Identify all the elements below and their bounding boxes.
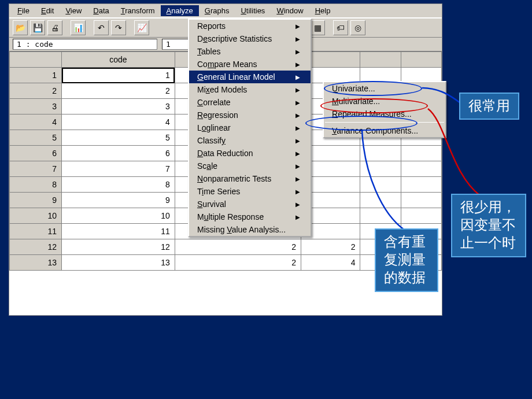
menu-view[interactable]: View xyxy=(60,5,87,16)
cell[interactable] xyxy=(401,208,441,224)
use-sets-icon[interactable]: 🏷 xyxy=(333,20,348,35)
glm-menu-item[interactable]: Univariate... xyxy=(324,82,445,95)
analyze-menu-item[interactable]: Survival▶ xyxy=(189,198,311,210)
analyze-menu-item[interactable]: Loglinear▶ xyxy=(189,121,311,134)
cell[interactable]: 2 xyxy=(62,83,175,99)
callout-rare: 很少用，因变量不止一个时 xyxy=(451,194,526,257)
analyze-menu-item[interactable]: Missing Value Analysis... xyxy=(189,223,311,236)
analyze-menu-item[interactable]: Time Series▶ xyxy=(189,185,311,198)
analyze-menu-item[interactable]: Nonparametric Tests▶ xyxy=(189,172,311,185)
analyze-menu-item[interactable]: Mixed Models▶ xyxy=(189,83,311,96)
analyze-menu-item[interactable]: Classify▶ xyxy=(189,134,311,147)
cell[interactable]: 6 xyxy=(62,146,175,161)
menu-edit[interactable]: Edit xyxy=(35,5,60,16)
analyze-menu-item[interactable]: Regression▶ xyxy=(189,109,311,121)
cell[interactable]: 8 xyxy=(62,177,175,193)
cell[interactable]: 5 xyxy=(62,130,175,146)
undo-icon[interactable]: ↶ xyxy=(94,20,109,35)
analyze-menu-item[interactable]: General Linear Model▶ xyxy=(189,71,311,83)
dialog-recall-icon[interactable]: 📊 xyxy=(71,20,86,35)
chart-icon[interactable]: 📈 xyxy=(134,20,149,35)
analyze-menu-item[interactable]: Reports▶ xyxy=(189,20,311,32)
glm-menu-item[interactable]: Variance Components... xyxy=(324,124,445,137)
cell-reference[interactable]: 1 : code xyxy=(13,39,157,50)
analyze-menu-item[interactable]: Correlate▶ xyxy=(189,96,311,109)
glm-menu-item[interactable]: Multivariate... xyxy=(324,95,445,108)
glm-submenu: Univariate...Multivariate...Repeated Mea… xyxy=(323,81,446,138)
cell[interactable]: 9 xyxy=(62,193,175,208)
cell[interactable] xyxy=(360,177,401,193)
analyze-menu-item[interactable]: Scale▶ xyxy=(189,160,311,172)
row-header[interactable]: 11 xyxy=(10,224,62,239)
menu-data[interactable]: Data xyxy=(87,5,114,16)
menu-utilities[interactable]: Utilities xyxy=(235,5,271,16)
open-icon[interactable]: 📂 xyxy=(13,20,28,35)
analyze-menu-item[interactable]: Descriptive Statistics▶ xyxy=(189,32,311,45)
row-header[interactable]: 6 xyxy=(10,146,62,161)
cell[interactable]: 13 xyxy=(62,255,175,271)
menu-file[interactable]: File xyxy=(12,5,35,16)
redo-icon[interactable]: ↷ xyxy=(111,20,126,35)
menu-help[interactable]: Help xyxy=(309,5,337,16)
menubar: File Edit View Data Transform Analyze Gr… xyxy=(9,4,442,18)
cell[interactable]: 2 xyxy=(301,239,360,255)
analyze-menu-item[interactable]: Multiple Response▶ xyxy=(189,210,311,223)
menu-window[interactable]: Window xyxy=(271,5,309,16)
analyze-menu-item[interactable]: Compare Means▶ xyxy=(189,58,311,71)
row-header[interactable]: 2 xyxy=(10,83,62,99)
cell[interactable] xyxy=(360,193,401,208)
menu-analyze[interactable]: Analyze xyxy=(161,5,199,16)
analyze-menu: Reports▶Descriptive Statistics▶Tables▶Co… xyxy=(188,19,312,237)
cell[interactable]: 1 xyxy=(62,68,175,83)
callout-common: 很常用 xyxy=(459,93,519,120)
row-header[interactable]: 4 xyxy=(10,114,62,130)
cell[interactable] xyxy=(401,161,441,177)
menu-graphs[interactable]: Graphs xyxy=(199,5,235,16)
cell[interactable] xyxy=(360,146,401,161)
cell[interactable]: 7 xyxy=(62,161,175,177)
cell[interactable]: 2 xyxy=(175,239,301,255)
row-header[interactable]: 9 xyxy=(10,193,62,208)
callout-repeated: 含有重复测量的数据 xyxy=(375,228,438,292)
row-header[interactable]: 1 xyxy=(10,68,62,83)
analyze-menu-item[interactable]: Tables▶ xyxy=(189,45,311,58)
row-header[interactable]: 5 xyxy=(10,130,62,146)
row-header[interactable]: 7 xyxy=(10,161,62,177)
cell[interactable] xyxy=(360,208,401,224)
row-header[interactable]: 10 xyxy=(10,208,62,224)
cell[interactable]: 4 xyxy=(62,114,175,130)
grid-corner xyxy=(10,52,62,68)
row-header[interactable]: 13 xyxy=(10,255,62,271)
row-header[interactable]: 8 xyxy=(10,177,62,193)
cell[interactable] xyxy=(401,193,441,208)
print-icon[interactable]: 🖨 xyxy=(47,20,62,35)
analyze-menu-item[interactable]: Data Reduction▶ xyxy=(189,147,311,160)
variables-icon[interactable]: ◎ xyxy=(350,20,365,35)
value-labels-icon[interactable]: ▦ xyxy=(310,20,325,35)
row-header[interactable]: 3 xyxy=(10,99,62,114)
save-icon[interactable]: 💾 xyxy=(30,20,45,35)
cell[interactable] xyxy=(401,146,441,161)
col-header-code[interactable]: code xyxy=(62,52,175,68)
glm-menu-item[interactable]: Repeated Measures... xyxy=(324,108,445,120)
cell[interactable]: 4 xyxy=(301,255,360,271)
cell[interactable]: 2 xyxy=(175,255,301,271)
cell[interactable] xyxy=(401,177,441,193)
cell[interactable] xyxy=(360,161,401,177)
col-header[interactable] xyxy=(360,52,401,68)
col-header[interactable] xyxy=(401,52,441,68)
row-header[interactable]: 12 xyxy=(10,239,62,255)
cell[interactable]: 11 xyxy=(62,224,175,239)
cell[interactable]: 12 xyxy=(62,239,175,255)
cell[interactable]: 3 xyxy=(62,99,175,114)
menu-separator xyxy=(325,122,444,123)
menu-transform[interactable]: Transform xyxy=(115,5,161,16)
cell[interactable]: 10 xyxy=(62,208,175,224)
